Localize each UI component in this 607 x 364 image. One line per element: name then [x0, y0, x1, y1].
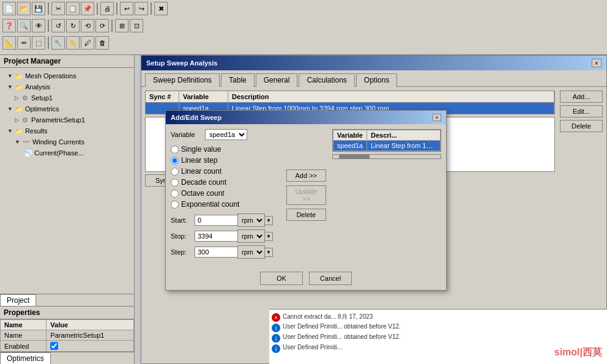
cancel-btn[interactable]: Cancel: [309, 272, 352, 285]
tb-btn1[interactable]: ❓: [2, 19, 16, 32]
new-btn[interactable]: 📄: [2, 2, 16, 15]
update-arrow-btn[interactable]: Update >>: [286, 185, 326, 205]
tb-btn9[interactable]: ⊡: [130, 19, 143, 32]
parametric-label: ParametricSetup1: [31, 116, 85, 124]
radio-decade-count-input[interactable]: [171, 179, 179, 187]
tb-btn15[interactable]: 🖊: [81, 36, 94, 50]
close-btn[interactable]: ✖: [154, 2, 168, 15]
tree-optimetrics[interactable]: ▼ Optimetrics: [2, 103, 132, 114]
paste-btn[interactable]: 📌: [81, 2, 94, 15]
start-unit-select[interactable]: rpm: [237, 214, 265, 227]
tb-btn10[interactable]: 📐: [2, 36, 16, 50]
subdialog-titlebar: Add/Edit Sweep ×: [166, 111, 446, 124]
subdialog-close-btn[interactable]: ×: [433, 114, 441, 121]
tree-results[interactable]: ▼ Results: [2, 125, 132, 136]
log-text-3: User Defined Primiti...: [283, 344, 342, 351]
descri-col-header: Descri...: [367, 130, 441, 141]
copy-btn[interactable]: 📋: [66, 2, 80, 15]
mesh-ops-label: Mesh Operations: [25, 72, 76, 80]
log-text-0: Cannot extract da... 8月 17, 2023: [283, 313, 373, 321]
sep1: [48, 2, 49, 15]
tree-analysis[interactable]: ▼ Analysis: [2, 81, 132, 92]
undo-btn[interactable]: ↩: [120, 2, 133, 15]
inner-delete-btn[interactable]: Delete: [286, 209, 326, 221]
ok-btn[interactable]: OK: [260, 272, 303, 285]
stop-input[interactable]: [195, 231, 237, 242]
setup-dialog-titlebar: Setup Sweep Analysis ×: [141, 56, 606, 70]
tb-btn8[interactable]: ⊞: [115, 19, 128, 32]
cut-btn[interactable]: ✂: [51, 2, 65, 15]
tb-btn7[interactable]: ⟳: [95, 19, 109, 32]
radio-decade-count[interactable]: Decade count: [171, 178, 280, 187]
step-input[interactable]: [195, 247, 237, 258]
project-tab[interactable]: Project: [0, 294, 36, 306]
log-text-2: User Defined Primiti... obtained before …: [283, 333, 401, 340]
var-table-scrollbar[interactable]: [332, 154, 441, 159]
radio-linear-step[interactable]: Linear step: [171, 156, 280, 165]
start-input[interactable]: [195, 215, 237, 226]
delete-btn[interactable]: Delete: [560, 120, 603, 132]
expand-icon: ▼: [7, 73, 13, 79]
save-btn[interactable]: 💾: [32, 2, 45, 15]
tb-btn16[interactable]: 🗑: [95, 36, 109, 50]
open-btn[interactable]: 📂: [17, 2, 31, 15]
radio-exponential-count[interactable]: Exponential count: [171, 200, 280, 209]
tab-options[interactable]: Options: [356, 73, 397, 87]
radio-single-input[interactable]: [171, 146, 179, 154]
setup-dialog-close-btn[interactable]: ×: [592, 59, 601, 67]
chart-icon: [23, 148, 33, 158]
step-unit-select[interactable]: rpm: [237, 245, 265, 259]
subdialog-left: Variable speed1a Single value: [171, 129, 280, 261]
subdialog-middle: Add >> Update >> Delete: [286, 129, 326, 261]
tab-general[interactable]: General: [256, 73, 298, 87]
redo-btn[interactable]: ↪: [135, 2, 148, 15]
stop-unit-arrow[interactable]: ▼: [265, 232, 273, 241]
add-arrow-btn[interactable]: Add >>: [286, 169, 326, 182]
add-btn[interactable]: Add...: [560, 91, 603, 103]
tb-btn6[interactable]: ⟲: [81, 19, 94, 32]
radio-exp-count-input[interactable]: [171, 201, 179, 209]
start-input-group: rpm ▼: [195, 214, 273, 227]
tab-table[interactable]: Table: [221, 73, 255, 87]
analysis-label: Analysis: [25, 83, 50, 91]
optimetrics-tab[interactable]: Optimetrics: [0, 352, 51, 364]
tb-btn13[interactable]: 🔧: [51, 36, 65, 50]
edit-btn[interactable]: Edit...: [560, 105, 603, 117]
var-table-row-0[interactable]: speed1a Linear Step from 1000rpm to: [333, 141, 440, 151]
tb-btn14[interactable]: 📏: [66, 36, 80, 50]
watermark: simol|西莫: [554, 346, 602, 359]
tb-btn12[interactable]: ⬚: [32, 36, 45, 50]
tree-current-phase[interactable]: Current(Phase...: [2, 147, 132, 158]
radio-octave-count[interactable]: Octave count: [171, 189, 280, 198]
tb-btn4[interactable]: ↺: [51, 19, 65, 32]
results-folder-icon: [14, 126, 24, 136]
enabled-checkbox[interactable]: [50, 342, 58, 350]
sep5: [48, 20, 49, 32]
step-unit-arrow[interactable]: ▼: [265, 248, 273, 257]
tree-winding-currents[interactable]: ▼ Winding Currents: [2, 136, 132, 147]
tb-btn5[interactable]: ↻: [66, 19, 80, 32]
radio-octave-count-input[interactable]: [171, 190, 179, 198]
radio-linear-step-input[interactable]: [171, 157, 179, 165]
tb-btn3[interactable]: 👁: [32, 19, 45, 32]
tb-btn11[interactable]: ✏: [17, 36, 31, 50]
print-btn[interactable]: 🖨: [100, 2, 114, 15]
tree-mesh-operations[interactable]: ▼ Mesh Operations: [2, 70, 132, 81]
stop-unit-select[interactable]: rpm: [237, 229, 265, 243]
tab-calculations[interactable]: Calculations: [299, 73, 354, 87]
variable-select[interactable]: speed1a: [205, 129, 247, 140]
tree-setup1[interactable]: ▷ Setup1: [2, 92, 132, 103]
tab-sweep-definitions[interactable]: Sweep Definitions: [145, 73, 220, 87]
folder-icon: [14, 71, 24, 81]
radio-linear-count-input[interactable]: [171, 168, 179, 176]
radio-single-value[interactable]: Single value: [171, 145, 280, 154]
var-table-scroll-thumb[interactable]: [339, 155, 370, 158]
radio-linear-count[interactable]: Linear count: [171, 167, 280, 176]
current-phase-label: Current(Phase...: [34, 149, 84, 157]
tb-btn2[interactable]: 🔍: [17, 19, 31, 32]
sweep-type-radio-group: Single value Linear step Linear count: [171, 145, 280, 209]
tree-parametric-setup[interactable]: ▷ ParametricSetup1: [2, 114, 132, 125]
setup-dialog-title: Setup Sweep Analysis: [146, 59, 217, 67]
info-icon-3: i: [272, 344, 280, 353]
start-unit-arrow[interactable]: ▼: [265, 216, 273, 225]
